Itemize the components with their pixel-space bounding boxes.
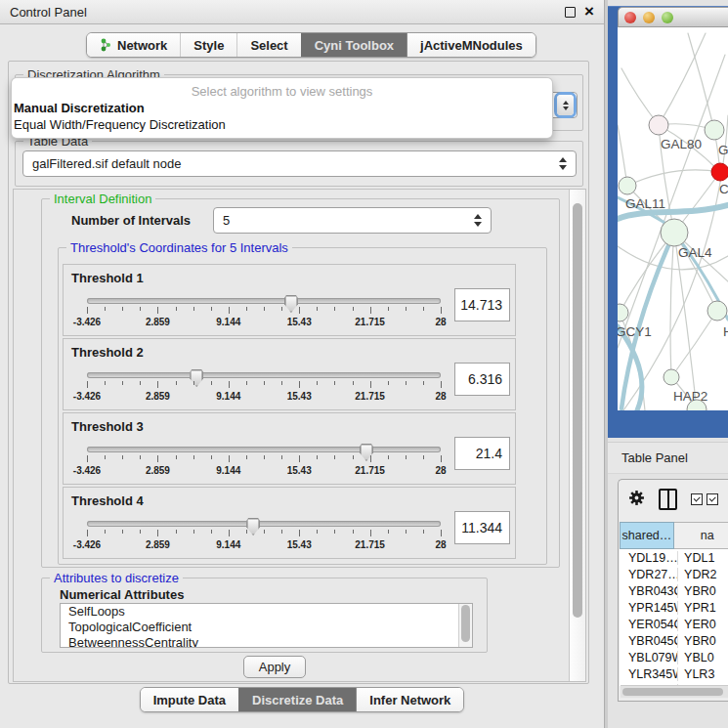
tick-label: 28 [435, 391, 446, 402]
threshold-3-slider[interactable]: -3.4262.8599.14415.4321.71528 [87, 443, 441, 476]
checkbox-icon[interactable] [691, 493, 703, 505]
network-edge[interactable] [659, 33, 706, 125]
table-row[interactable]: YBR043CYBR0 [620, 582, 728, 599]
hap2-node[interactable] [664, 369, 679, 385]
tick-mark [370, 307, 371, 314]
table-row[interactable]: YBR045CYBR0 [620, 632, 728, 649]
tab-network[interactable]: Network [87, 33, 180, 57]
h-node[interactable] [707, 301, 727, 321]
tick-mark [388, 307, 389, 311]
table-row[interactable]: YDR27…YDR2 [620, 566, 728, 582]
algorithm-combobox-stepper[interactable] [557, 95, 574, 115]
threshold-4-track[interactable] [87, 521, 441, 527]
threshold-2-value[interactable]: 6.316 [454, 363, 510, 396]
threshold-2-slider[interactable]: -3.4262.8599.14415.4321.71528 [87, 368, 441, 402]
threshold-4-value[interactable]: 11.344 [454, 511, 510, 544]
network-edge[interactable] [688, 33, 714, 130]
attributes-list-scrollbar[interactable] [458, 604, 472, 647]
tab-style-label: Style [193, 38, 224, 53]
tick-mark [406, 530, 407, 534]
top-right-node[interactable] [705, 120, 724, 140]
table-panel-titlebar: Table Panel [608, 442, 728, 474]
scrollbar-thumb[interactable] [622, 688, 723, 696]
table-row[interactable]: YER054CYER0 [620, 616, 728, 632]
tab-jactivemnodules[interactable]: jActiveMNodules [407, 33, 535, 57]
gal11-node[interactable] [619, 177, 636, 194]
tab-network-label: Network [117, 38, 167, 53]
tick-mark [105, 530, 106, 534]
tab-discretize-data[interactable]: Discretize Data [238, 688, 356, 711]
tick-mark [211, 455, 212, 459]
tick-label: -3.426 [73, 539, 101, 550]
tick-label: 9.144 [216, 317, 240, 327]
float-panel-icon[interactable] [565, 7, 576, 18]
scrollbar-thumb[interactable] [461, 605, 470, 642]
tick-mark [193, 530, 194, 534]
numerical-attributes-list[interactable]: SelfLoopsTopologicalCoefficientBetweenne… [60, 603, 473, 648]
panel-scrollbar[interactable] [569, 190, 585, 681]
column-layout-icon[interactable] [659, 489, 677, 510]
num-intervals-stepper[interactable] [474, 214, 482, 227]
tick-label: 2.859 [146, 465, 170, 476]
table-row[interactable]: YPR145WYPR1 [620, 599, 728, 616]
settings-gear-icon[interactable] [628, 490, 645, 509]
network-edge[interactable] [627, 170, 720, 186]
threshold-4-slider[interactable]: -3.4262.8599.14415.4321.71528 [87, 517, 441, 550]
table-row[interactable]: YBL079WYBL0 [620, 649, 728, 665]
threshold-list: Threshold 1-3.4262.8599.14415.4321.71528… [63, 264, 516, 561]
column-header-1[interactable]: shared… [620, 522, 674, 549]
table-data-stepper[interactable] [559, 157, 567, 170]
tick-mark [388, 381, 389, 385]
tick-label: 9.144 [216, 465, 240, 476]
gal80-node[interactable] [649, 115, 668, 135]
zoom-traffic-light-icon[interactable] [662, 12, 673, 23]
table-row[interactable]: YLR345WYLR3 [620, 665, 728, 682]
tick-mark [317, 455, 318, 459]
tab-infer-network[interactable]: Infer Network [356, 688, 463, 711]
close-traffic-light-icon[interactable] [624, 12, 636, 23]
table-data-combobox[interactable]: galFiltered.sif default node [22, 150, 577, 177]
algorithm-option-equal-width-frequency-discretization[interactable]: Equal Width/Frequency Discretization [12, 116, 552, 133]
threshold-2-box: Threshold 2-3.4262.8599.14415.4321.71528… [63, 338, 516, 410]
attribute-item-selfloops[interactable]: SelfLoops [61, 604, 472, 620]
gal4-node[interactable] [661, 219, 688, 246]
column-header-2[interactable]: na [674, 522, 728, 549]
checkbox-icon[interactable] [707, 493, 718, 505]
network-window-titlebar[interactable] [618, 7, 728, 27]
threshold-3-track[interactable] [87, 447, 441, 452]
tick-mark [264, 455, 265, 459]
tick-mark [441, 381, 442, 388]
threshold-2-track[interactable] [87, 372, 441, 378]
threshold-1-track[interactable] [87, 298, 441, 304]
tab-cyni-toolbox[interactable]: Cyni Toolbox [301, 33, 407, 57]
scrollbar-thumb[interactable] [573, 203, 582, 618]
tab-select[interactable]: Select [236, 33, 300, 57]
network-canvas[interactable]: GAL80GACGAL11GAL4GCY1HHAP2 [618, 27, 728, 410]
num-intervals-combobox[interactable]: 5 [213, 207, 492, 234]
close-panel-icon[interactable]: × [584, 6, 594, 18]
cyni-toolbox-panel: Discretization Algorithm Table Data galF… [8, 61, 589, 684]
red-node[interactable] [711, 163, 728, 181]
gcy1-node[interactable] [618, 304, 628, 321]
tab-impute-data[interactable]: Impute Data [141, 688, 238, 711]
minimize-traffic-light-icon[interactable] [643, 12, 655, 23]
tick-mark [264, 530, 265, 534]
algorithm-option-manual-discretization[interactable]: Manual Discretization [12, 100, 552, 116]
network-window: GAL80GACGAL11GAL4GCY1HHAP2 [608, 6, 728, 438]
threshold-1-slider[interactable]: -3.4262.8599.14415.4321.71528 [87, 294, 441, 327]
network-edge[interactable] [670, 233, 674, 377]
tick-label: 2.859 [146, 539, 170, 550]
threshold-3-value[interactable]: 21.4 [454, 437, 510, 470]
apply-button[interactable]: Apply [243, 656, 306, 678]
tick-mark [441, 455, 442, 462]
attribute-item-betweennesscentrality[interactable]: BetweennessCentrality [61, 635, 472, 648]
attribute-item-topologicalcoefficient[interactable]: TopologicalCoefficient [61, 620, 472, 635]
tick-mark [229, 307, 230, 314]
table-row[interactable]: YDL19…YDL1 [620, 549, 728, 566]
table-hscrollbar[interactable] [621, 685, 728, 698]
threshold-1-value[interactable]: 14.713 [454, 288, 510, 321]
tick-mark [423, 307, 424, 311]
network-edge[interactable] [671, 311, 717, 377]
tab-style[interactable]: Style [180, 33, 236, 57]
tick-label: 15.43 [287, 539, 312, 550]
